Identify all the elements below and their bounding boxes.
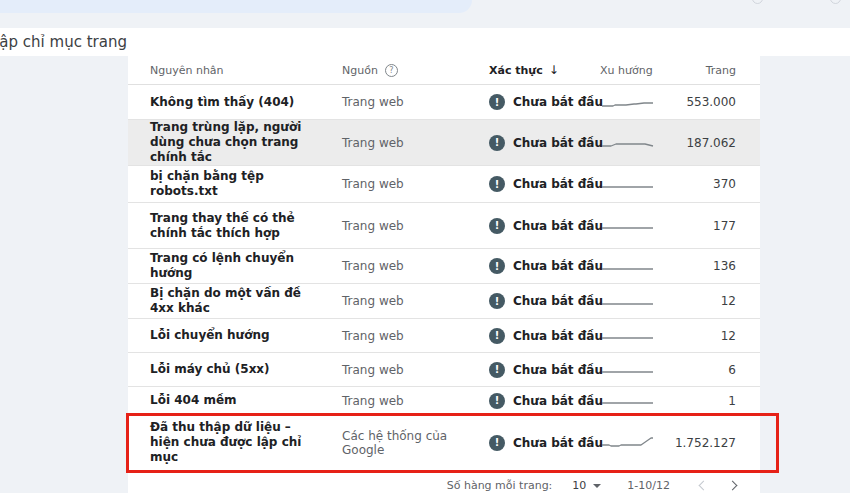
- title-bar: Lập chỉ mục trang: [0, 28, 850, 56]
- row-source: Trang web: [342, 177, 489, 191]
- search-bar-partial[interactable]: [0, 0, 472, 13]
- warning-exclamation-icon: !: [489, 218, 505, 234]
- row-validation: ! Chưa bắt đầu: [489, 135, 600, 151]
- row-pages: 370: [668, 177, 736, 191]
- validation-status-text: Chưa bắt đầu: [513, 95, 603, 109]
- row-source: Trang web: [342, 95, 489, 109]
- table-row[interactable]: Trang trùng lặp, người dùng chưa chọn tr…: [128, 120, 760, 166]
- settings-icon-partial: [830, 0, 841, 4]
- column-header-source[interactable]: Nguồn ?: [342, 64, 489, 77]
- validation-status-text: Chưa bắt đầu: [513, 259, 603, 273]
- trend-sparkline: [600, 394, 668, 407]
- pagination-range: 1-10/12: [627, 479, 670, 492]
- warning-exclamation-icon: !: [489, 393, 505, 409]
- page-title: Lập chỉ mục trang: [0, 33, 127, 51]
- row-reason: Bị chặn do một vấn đề 4xx khác: [128, 286, 342, 316]
- table-row[interactable]: Bị chặn do một vấn đề 4xx khác Trang web…: [128, 284, 760, 319]
- row-validation: ! Chưa bắt đầu: [489, 94, 600, 110]
- help-icon[interactable]: ?: [385, 64, 398, 77]
- row-source: Trang web: [342, 363, 489, 377]
- row-pages: 1: [668, 394, 736, 408]
- table-row[interactable]: bị chặn bằng tệp robots.txt Trang web ! …: [128, 166, 760, 203]
- row-validation: ! Chưa bắt đầu: [489, 393, 600, 409]
- row-pages: 6: [668, 363, 736, 377]
- table-row[interactable]: Lỗi 404 mềm Trang web ! Chưa bắt đầu 1: [128, 387, 760, 415]
- column-header-reason[interactable]: Nguyên nhân: [128, 64, 342, 77]
- warning-exclamation-icon: !: [489, 258, 505, 274]
- row-pages: 12: [668, 329, 736, 343]
- dropdown-arrow-icon: [593, 484, 601, 488]
- row-reason: bị chặn bằng tệp robots.txt: [128, 169, 342, 199]
- row-validation: ! Chưa bắt đầu: [489, 176, 600, 192]
- warning-exclamation-icon: !: [489, 362, 505, 378]
- row-reason: Lỗi chuyển hướng: [128, 328, 342, 343]
- sort-descending-icon: ↓: [549, 63, 559, 77]
- rows-per-page-dropdown[interactable]: 10: [572, 479, 601, 492]
- validation-status-text: Chưa bắt đầu: [513, 294, 603, 308]
- trend-sparkline: [600, 219, 668, 232]
- column-header-trend: Xu hướng: [600, 64, 668, 77]
- previous-page-icon[interactable]: [699, 480, 709, 490]
- table-row[interactable]: Lỗi chuyển hướng Trang web ! Chưa bắt đầ…: [128, 319, 760, 353]
- row-validation: ! Chưa bắt đầu: [489, 218, 600, 234]
- row-reason: Trang trùng lặp, người dùng chưa chọn tr…: [128, 120, 342, 165]
- rows-per-page-label: Số hàng mỗi trang:: [447, 479, 553, 492]
- row-source: Trang web: [342, 294, 489, 308]
- table-body: Không tìm thấy (404) Trang web ! Chưa bắ…: [128, 85, 760, 471]
- trend-sparkline: [600, 260, 668, 273]
- table-header-row: Nguyên nhân Nguồn ? Xác thực ↓ Xu hướng …: [128, 56, 760, 85]
- validation-status-text: Chưa bắt đầu: [513, 363, 603, 377]
- trend-sparkline: [600, 178, 668, 191]
- table-row[interactable]: Trang có lệnh chuyển hướng Trang web ! C…: [128, 249, 760, 284]
- row-reason: Lỗi 404 mềm: [128, 393, 342, 408]
- table-row[interactable]: Lỗi máy chủ (5xx) Trang web ! Chưa bắt đ…: [128, 353, 760, 387]
- validation-status-text: Chưa bắt đầu: [513, 329, 603, 343]
- row-pages: 136: [668, 259, 736, 273]
- row-validation: ! Chưa bắt đầu: [489, 258, 600, 274]
- row-source: Trang web: [342, 259, 489, 273]
- validation-status-text: Chưa bắt đầu: [513, 136, 603, 150]
- column-header-validation[interactable]: Xác thực ↓: [489, 63, 600, 77]
- row-reason: Không tìm thấy (404): [128, 95, 342, 110]
- table-footer: Số hàng mỗi trang: 10 1-10/12: [128, 471, 760, 493]
- help-icon-partial: [752, 0, 763, 4]
- column-header-pages[interactable]: Trang: [668, 64, 736, 77]
- row-reason: Trang có lệnh chuyển hướng: [128, 251, 342, 281]
- warning-exclamation-icon: !: [489, 135, 505, 151]
- trend-sparkline: [600, 136, 668, 149]
- row-validation: ! Chưa bắt đầu: [489, 293, 600, 309]
- row-source: Trang web: [342, 329, 489, 343]
- trend-sparkline: [600, 295, 668, 308]
- validation-status-text: Chưa bắt đầu: [513, 177, 603, 191]
- row-source: Trang web: [342, 219, 489, 233]
- annotation-red-box: [126, 413, 779, 473]
- row-source: Trang web: [342, 136, 489, 150]
- row-source: Trang web: [342, 394, 489, 408]
- warning-exclamation-icon: !: [489, 176, 505, 192]
- warning-exclamation-icon: !: [489, 328, 505, 344]
- trend-sparkline: [600, 329, 668, 342]
- table-row[interactable]: Không tìm thấy (404) Trang web ! Chưa bắ…: [128, 85, 760, 120]
- row-reason: Lỗi máy chủ (5xx): [128, 362, 342, 377]
- row-pages: 177: [668, 219, 736, 233]
- validation-status-text: Chưa bắt đầu: [513, 219, 603, 233]
- row-reason: Trang thay thế có thẻ chính tắc thích hợ…: [128, 211, 342, 241]
- next-page-icon[interactable]: [728, 480, 738, 490]
- table-row[interactable]: Đã thu thập dữ liệu – hiện chưa được lập…: [128, 415, 760, 471]
- validation-status-text: Chưa bắt đầu: [513, 394, 603, 408]
- row-validation: ! Chưa bắt đầu: [489, 328, 600, 344]
- trend-sparkline: [600, 363, 668, 376]
- table-row[interactable]: Trang thay thế có thẻ chính tắc thích hợ…: [128, 203, 760, 249]
- row-pages: 187.062: [668, 136, 736, 150]
- row-pages: 553.000: [668, 95, 736, 109]
- indexing-issues-table: Nguyên nhân Nguồn ? Xác thực ↓ Xu hướng …: [128, 56, 760, 493]
- trend-sparkline: [600, 96, 668, 109]
- row-pages: 12: [668, 294, 736, 308]
- warning-exclamation-icon: !: [489, 94, 505, 110]
- row-validation: ! Chưa bắt đầu: [489, 362, 600, 378]
- warning-exclamation-icon: !: [489, 293, 505, 309]
